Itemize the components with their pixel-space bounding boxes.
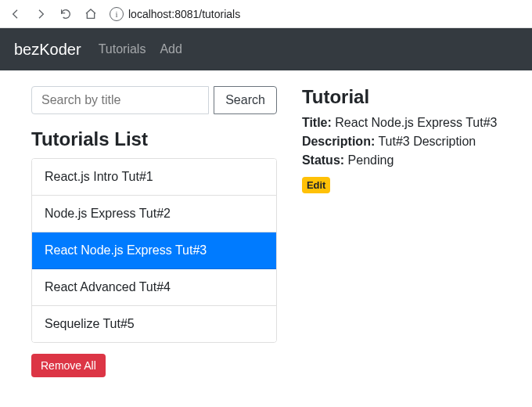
search-row: Search bbox=[31, 86, 277, 114]
detail-title-row: Title: React Node.js Express Tut#3 bbox=[302, 116, 501, 130]
forward-icon[interactable] bbox=[30, 3, 52, 25]
remove-all-button[interactable]: Remove All bbox=[31, 354, 106, 377]
detail-description-value: Tut#3 Description bbox=[378, 135, 476, 148]
nav-tutorials[interactable]: Tutorials bbox=[99, 42, 146, 56]
detail-title-value: React Node.js Express Tut#3 bbox=[335, 116, 497, 129]
detail-status-row: Status: Pending bbox=[302, 153, 501, 167]
detail-title-label: Title: bbox=[302, 116, 332, 129]
list-item[interactable]: React.js Intro Tut#1 bbox=[32, 159, 276, 196]
reload-icon[interactable] bbox=[55, 3, 77, 25]
detail-description-label: Description: bbox=[302, 135, 375, 148]
detail-status-label: Status: bbox=[302, 153, 344, 167]
search-button[interactable]: Search bbox=[214, 86, 277, 114]
search-input[interactable] bbox=[31, 86, 209, 114]
brand[interactable]: bezKoder bbox=[14, 41, 81, 59]
list-heading: Tutorials List bbox=[31, 128, 277, 150]
detail-heading: Tutorial bbox=[302, 86, 501, 108]
address-bar[interactable]: i localhost:8081/tutorials bbox=[105, 7, 527, 21]
detail-description-row: Description: Tut#3 Description bbox=[302, 135, 501, 149]
detail-status-value: Pending bbox=[348, 153, 394, 167]
home-icon[interactable] bbox=[80, 3, 102, 25]
nav-add[interactable]: Add bbox=[160, 42, 182, 56]
list-item[interactable]: React Advanced Tut#4 bbox=[32, 269, 276, 306]
browser-toolbar: i localhost:8081/tutorials bbox=[0, 0, 532, 28]
list-item[interactable]: Sequelize Tut#5 bbox=[32, 306, 276, 342]
list-item[interactable]: Node.js Express Tut#2 bbox=[32, 196, 276, 232]
address-url: localhost:8081/tutorials bbox=[128, 8, 240, 20]
app-navbar: bezKoder Tutorials Add bbox=[0, 28, 532, 70]
list-item[interactable]: React Node.js Express Tut#3 bbox=[32, 232, 276, 269]
tutorial-list: React.js Intro Tut#1Node.js Express Tut#… bbox=[31, 158, 277, 343]
info-icon[interactable]: i bbox=[110, 7, 124, 21]
edit-button[interactable]: Edit bbox=[302, 177, 331, 193]
back-icon[interactable] bbox=[5, 3, 27, 25]
